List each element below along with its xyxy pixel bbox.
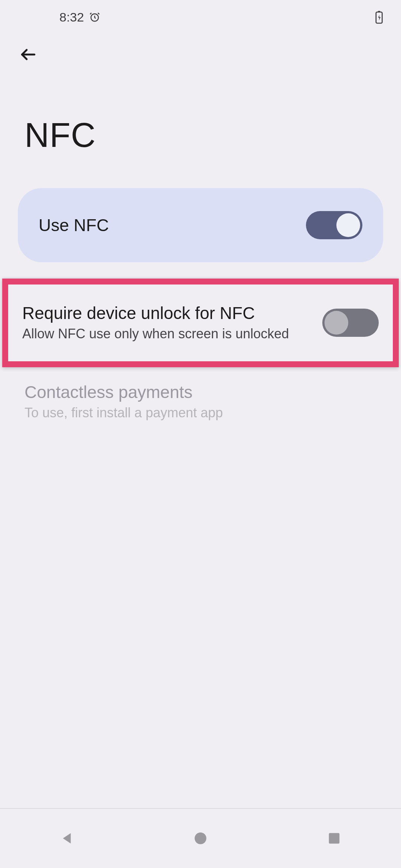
nav-recents-icon [327,831,341,845]
nav-back-button[interactable] [30,820,104,857]
require-unlock-highlight: Require device unlock for NFC Allow NFC … [2,279,399,367]
svg-rect-4 [329,833,340,844]
contactless-payments-title: Contactless payments [25,382,376,402]
status-right [375,10,383,24]
contactless-payments-subtitle: To use, first install a payment app [25,404,376,422]
use-nfc-label: Use NFC [39,215,109,235]
back-arrow-icon [19,45,38,64]
nav-back-icon [59,831,75,846]
settings-content: Use NFC Require device unlock for NFC Al… [0,188,401,868]
alarm-icon [89,11,100,23]
title-block: NFC [0,75,401,188]
use-nfc-card[interactable]: Use NFC [18,188,383,262]
switch-knob [336,213,360,237]
back-button[interactable] [15,41,42,68]
page-title: NFC [25,116,376,155]
status-time: 8:32 [59,10,84,24]
contactless-payments-row: Contactless payments To use, first insta… [18,367,383,437]
battery-charging-icon [375,10,383,24]
status-left: 8:32 [59,10,100,24]
require-unlock-text: Require device unlock for NFC Allow NFC … [22,303,313,343]
require-unlock-switch[interactable] [322,309,379,337]
use-nfc-switch[interactable] [306,211,362,239]
require-unlock-row[interactable]: Require device unlock for NFC Allow NFC … [13,291,388,355]
svg-point-3 [195,832,206,844]
app-bar [0,34,401,75]
status-bar: 8:32 [0,0,401,34]
contactless-payments-text: Contactless payments To use, first insta… [25,382,376,422]
navigation-bar [0,809,401,868]
nav-recents-button[interactable] [297,820,371,857]
switch-knob [325,311,348,335]
nav-home-button[interactable] [163,820,238,857]
require-unlock-subtitle: Allow NFC use only when screen is unlock… [22,325,313,343]
require-unlock-title: Require device unlock for NFC [22,303,313,323]
nav-home-icon [193,831,208,846]
svg-rect-2 [378,11,380,12]
